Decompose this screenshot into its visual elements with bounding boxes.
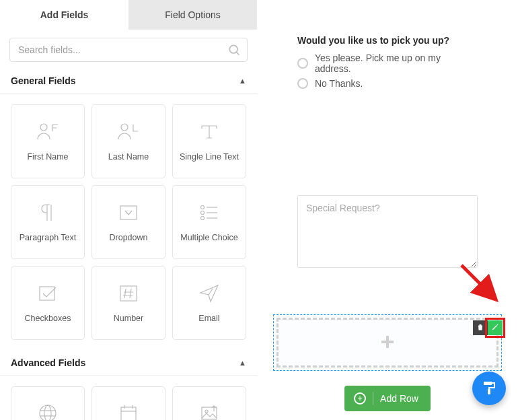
field-image-upload[interactable] — [172, 386, 246, 420]
paint-roller-icon — [481, 380, 497, 398]
tile-label: Dropdown — [110, 233, 148, 242]
svg-line-1 — [237, 53, 239, 55]
delete-row-button[interactable] — [473, 320, 488, 335]
radio-option-no[interactable]: No Thanks. — [297, 78, 478, 89]
field-website-url[interactable] — [11, 386, 85, 420]
paragraph-icon — [38, 202, 58, 223]
globe-icon — [38, 403, 58, 420]
field-email[interactable]: Email — [172, 266, 246, 340]
field-number[interactable]: Number — [91, 266, 165, 340]
svg-rect-11 — [40, 287, 54, 300]
edit-row-button[interactable] — [488, 320, 503, 335]
field-multiple-choice[interactable]: Multiple Choice — [172, 185, 246, 259]
general-fields-grid: First Name Last Name Single Line Text Pa… — [0, 94, 257, 351]
svg-point-5 — [201, 206, 205, 209]
tab-add-fields[interactable]: Add Fields — [0, 0, 128, 30]
advanced-fields-grid — [0, 376, 257, 420]
field-checkboxes[interactable]: Checkboxes — [11, 266, 85, 340]
search-input[interactable] — [9, 38, 248, 62]
section-general-fields[interactable]: General Fields ▲ — [0, 69, 257, 94]
field-single-line-text[interactable]: Single Line Text — [172, 104, 246, 178]
tile-label: Multiple Choice — [180, 233, 237, 242]
svg-line-25 — [461, 265, 494, 298]
plus-icon — [379, 334, 396, 352]
textarea-field-block — [257, 195, 518, 270]
caret-up-icon: ▲ — [239, 77, 246, 85]
svg-point-13 — [40, 405, 56, 420]
sidebar-tabs: Add Fields Field Options — [0, 0, 257, 30]
person-f-icon — [36, 121, 59, 143]
dropzone-inner — [276, 318, 498, 368]
svg-point-14 — [44, 405, 51, 420]
paper-plane-icon — [198, 283, 220, 304]
divider — [373, 392, 373, 405]
radio-icon — [297, 78, 308, 89]
fields-sidebar: Add Fields Field Options General Fields … — [0, 0, 257, 420]
section-advanced-fields[interactable]: Advanced Fields ▲ — [0, 351, 257, 376]
svg-rect-26 — [488, 389, 490, 394]
svg-point-7 — [201, 211, 205, 215]
text-t-icon — [198, 121, 221, 143]
svg-rect-4 — [120, 206, 137, 219]
svg-point-0 — [229, 45, 237, 53]
svg-point-3 — [121, 124, 128, 131]
svg-rect-21 — [202, 407, 217, 419]
person-l-icon — [117, 121, 140, 143]
svg-rect-24 — [381, 341, 394, 343]
caret-up-icon: ▲ — [239, 359, 246, 367]
svg-rect-17 — [121, 407, 136, 420]
tab-label: Add Fields — [40, 9, 89, 20]
tile-label: Number — [114, 314, 143, 323]
section-title: Advanced Fields — [11, 357, 85, 368]
tab-label: Field Options — [165, 9, 220, 20]
svg-point-2 — [40, 124, 47, 131]
svg-rect-12 — [120, 286, 137, 301]
svg-point-9 — [201, 217, 205, 220]
tab-field-options[interactable]: Field Options — [128, 0, 257, 30]
tile-label: Email — [198, 314, 219, 323]
new-row-dropzone[interactable] — [273, 314, 502, 371]
field-paragraph-text[interactable]: Paragraph Text — [11, 185, 85, 259]
pencil-icon — [491, 322, 499, 333]
tile-label: Single Line Text — [180, 152, 239, 162]
image-upload-icon — [199, 403, 219, 420]
checkbox-icon — [37, 283, 59, 304]
radio-option-yes[interactable]: Yes please. Pick me up on my address. — [297, 53, 478, 74]
tile-label: Checkboxes — [25, 314, 71, 323]
dropdown-icon — [118, 202, 139, 223]
form-preview: Would you like us to pick you up? Yes pl… — [257, 0, 518, 420]
section-title: General Fields — [11, 75, 75, 86]
add-row-button[interactable]: + Add Row — [344, 386, 431, 411]
field-first-name[interactable]: First Name — [11, 104, 85, 178]
radio-label: Yes please. Pick me up on my address. — [315, 53, 478, 74]
plus-circle-icon: + — [354, 392, 366, 405]
hash-icon — [118, 283, 139, 304]
radio-question-block: Would you like us to pick you up? Yes pl… — [257, 0, 518, 89]
field-date[interactable] — [91, 386, 165, 420]
paint-fab-button[interactable] — [472, 372, 506, 405]
tile-label: First Name — [27, 152, 68, 162]
question-label: Would you like us to pick you up? — [297, 35, 478, 46]
field-dropdown[interactable]: Dropdown — [91, 185, 165, 259]
radio-list-icon — [198, 202, 220, 223]
dropzone-controls — [473, 320, 503, 335]
radio-label: No Thanks. — [315, 78, 363, 89]
calendar-icon — [118, 403, 139, 420]
radio-icon — [297, 58, 308, 69]
field-last-name[interactable]: Last Name — [91, 104, 165, 178]
svg-point-22 — [205, 410, 208, 413]
special-request-textarea[interactable] — [297, 195, 478, 268]
trash-icon — [476, 322, 484, 333]
tile-label: Paragraph Text — [20, 233, 77, 242]
tile-label: Last Name — [108, 152, 149, 162]
add-row-label: Add Row — [380, 393, 418, 404]
search-icon — [227, 43, 241, 59]
search-container — [0, 30, 257, 69]
